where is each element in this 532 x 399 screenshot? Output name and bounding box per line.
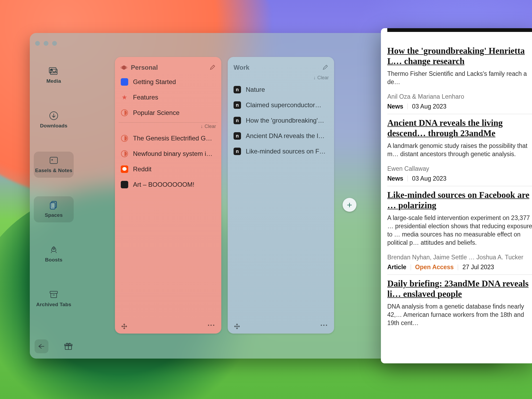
sidebar-item-media[interactable]: Media [34,62,74,88]
planet-icon [121,64,127,71]
move-handle-icon[interactable] [121,323,128,331]
tab-title: Getting Started [133,78,176,86]
sidebar-label-spaces: Spaces [45,212,63,218]
nature-icon: n [234,148,241,155]
more-options-icon[interactable]: ••• [208,323,215,331]
sidebar-item-boosts[interactable]: Boosts [34,241,74,267]
clear-tabs-button[interactable]: ↓Clear [115,123,221,130]
tab-item[interactable]: nAncient DNA reveals the l… [228,128,334,143]
popsci-icon [121,150,128,157]
article-item[interactable]: Ancient DNA reveals the living descend… … [387,114,532,186]
add-space-button[interactable]: + [343,198,356,212]
sidebar-label-archived: Archived Tabs [36,302,71,307]
minimize-icon[interactable] [44,41,48,46]
article-date: 27 Jul 2023 [462,264,494,271]
article-excerpt: DNA analysis from a genetic database fin… [387,302,532,327]
tab-item[interactable]: nLike-minded sources on F… [228,144,334,159]
space-card-work[interactable]: Work ↓Clear nNature nClaimed superconduc… [228,57,334,334]
sidebar-item-easels-notes[interactable]: Easels & Notes [34,152,74,178]
article-tag: Article [387,264,406,271]
easel-icon [49,156,59,165]
plus-icon: + [347,200,352,210]
pinned-item[interactable]: Popular Science [115,105,221,120]
tab-item[interactable]: nHow the 'groundbreaking'… [228,113,334,128]
card-footer: ••• [115,323,221,331]
sidebar-label-downloads: Downloads [40,123,67,129]
star-icon: ★ [121,94,128,101]
back-button[interactable] [35,339,48,353]
article-meta: News 03 Aug 2023 [387,103,532,110]
article-headline[interactable]: Daily briefing: 23andMe DNA reveals li… … [387,279,532,299]
boost-icon [49,245,59,254]
tab-title: Art – BOOOOOOOM! [133,181,194,188]
move-handle-icon[interactable] [234,323,240,331]
article-headline[interactable]: Ancient DNA reveals the living descend… … [387,118,532,139]
tab-title: Popular Science [133,109,180,117]
article-excerpt: A landmark genomic study raises the poss… [387,142,532,158]
svg-rect-6 [50,203,55,209]
article-preview-panel: How the 'groundbreaking' Henrietta L… ch… [381,28,532,363]
pinned-item[interactable]: Getting Started [115,74,221,89]
nature-icon: n [234,86,241,93]
article-tag: News [387,103,403,110]
spaces-icon [49,201,59,210]
tab-item[interactable]: nNature [228,82,334,97]
article-item[interactable]: How the 'groundbreaking' Henrietta L… ch… [387,42,532,114]
tab-item[interactable]: Reddit [115,162,221,177]
space-name: Work [234,64,318,71]
article-authors: Anil Oza & Mariana Lenharo [387,93,532,100]
article-excerpt: A large-scale field intervention experim… [387,214,532,247]
tab-item[interactable]: The Genesis Electrified G… [115,131,221,146]
pencil-icon[interactable] [322,64,328,71]
tab-title: Reddit [133,165,151,173]
popsci-icon [121,109,128,117]
svg-rect-4 [50,157,57,164]
archive-icon [49,290,59,299]
tab-item[interactable]: nClaimed superconductor… [228,98,334,113]
space-name: Personal [131,64,205,71]
article-date: 03 Aug 2023 [412,175,446,182]
nature-icon: n [234,101,241,109]
sidebar-label-easels-notes: Easels & Notes [35,168,72,173]
space-header: Work [228,60,334,74]
sidebar-item-downloads[interactable]: Downloads [34,107,74,133]
tab-title: Claimed superconductor… [246,101,321,109]
space-card-personal[interactable]: Personal Getting Started ★Features Popul… [115,57,221,334]
tab-item[interactable]: Art – BOOOOOOOM! [115,177,221,192]
article-headline[interactable]: Like-minded sources on Facebook are … po… [387,190,532,211]
tab-title: How the 'groundbreaking'… [246,117,324,124]
gift-icon[interactable] [63,341,73,351]
pinned-item[interactable]: ★Features [115,90,221,105]
tab-title: Nature [246,86,265,93]
tab-title: Features [133,94,158,101]
clear-tabs-button[interactable]: ↓Clear [228,74,334,82]
article-authors: Ewen Callaway [387,165,532,172]
tab-title: Newfound binary system i… [133,150,213,157]
article-excerpt: Thermo Fisher Scientific and Lacks's fam… [387,70,532,86]
close-icon[interactable] [35,41,40,46]
more-options-icon[interactable]: ••• [321,323,328,331]
download-icon [49,111,59,120]
window-controls[interactable] [35,41,57,46]
article-headline[interactable]: How the 'groundbreaking' Henrietta L… ch… [387,46,532,66]
bottom-nav [35,339,73,353]
blue-square-icon [121,78,128,86]
sidebar-item-archived[interactable]: Archived Tabs [34,286,74,312]
fullscreen-icon[interactable] [52,41,57,46]
tab-item[interactable]: Newfound binary system i… [115,146,221,161]
article-meta: Article Open Access 27 Jul 2023 [387,264,532,271]
open-access-tag: Open Access [415,264,454,271]
article-date: 03 Aug 2023 [412,103,446,110]
card-footer: ••• [228,323,334,331]
arrow-down-icon: ↓ [201,124,203,129]
article-tag: News [387,175,403,182]
article-item[interactable]: Like-minded sources on Facebook are … po… [387,186,532,275]
spaces-list: Personal Getting Started ★Features Popul… [115,57,334,334]
reddit-icon [121,165,128,173]
sidebar-item-spaces[interactable]: Spaces [34,196,74,222]
pencil-icon[interactable] [209,64,215,71]
sidebar-label-boosts: Boosts [45,257,63,263]
svg-point-2 [51,69,52,70]
article-item[interactable]: Daily briefing: 23andMe DNA reveals li… … [387,275,532,338]
svg-rect-8 [50,291,57,293]
